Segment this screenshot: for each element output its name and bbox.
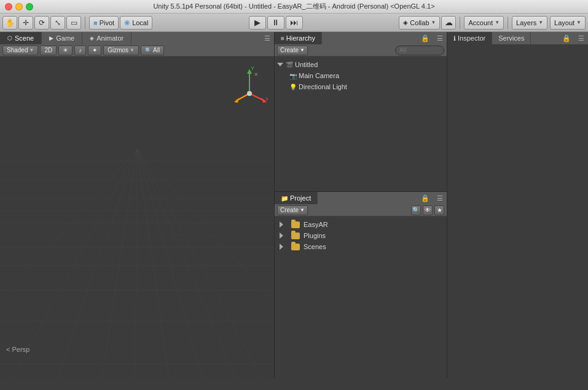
scale-tool-button[interactable]: ⤡	[50, 16, 65, 30]
hierarchy-project-panel: ≡ Hierarchy 🔒 ☰ Create ▼	[275, 32, 447, 378]
hierarchy-item[interactable]: 📷 Main Camera	[275, 70, 447, 81]
hierarchy-scene-root[interactable]: 🎬 Untitled	[275, 59, 447, 70]
transform-tools: ✋ ✛ ⟳ ⤡ ▭	[2, 16, 81, 30]
title-bar: Unity 5.5.1p4 Personal (64bit) - Untitle…	[0, 0, 588, 14]
hierarchy-item[interactable]: 💡 Directional Light	[275, 81, 447, 92]
animator-tab-label: Animator	[96, 34, 123, 42]
project-panel: 📁 Project 🔒 ☰ Create ▼ 🔍 👁 ★	[275, 192, 447, 378]
inspector-tab-label: Inspector	[458, 34, 485, 42]
project-item[interactable]: Plugins	[275, 230, 447, 241]
inspector-tab-bar: ℹ Inspector Services 🔒 ☰	[447, 32, 588, 44]
all-label: All	[153, 47, 160, 54]
minimize-button[interactable]	[15, 3, 23, 10]
local-label: Local	[132, 19, 148, 26]
inspector-tab[interactable]: ℹ Inspector	[447, 32, 492, 44]
local-button[interactable]: ◉ Local	[120, 16, 152, 30]
perspective-label: < Persp	[6, 346, 29, 353]
close-button[interactable]	[5, 3, 12, 10]
pause-button[interactable]: ⏸	[267, 16, 284, 30]
inspector-menu-icon[interactable]: ☰	[574, 34, 588, 42]
2d-button[interactable]: 2D	[40, 46, 57, 55]
project-menu-icon[interactable]: ☰	[433, 194, 447, 202]
hierarchy-panel: ≡ Hierarchy 🔒 ☰ Create ▼	[275, 32, 447, 192]
layout-label: Layout	[554, 19, 574, 26]
layers-button[interactable]: Layers ▼	[512, 16, 547, 30]
traffic-lights	[5, 3, 33, 10]
project-tab-bar: 📁 Project 🔒 ☰	[275, 192, 447, 204]
middle-right-panels: ≡ Hierarchy 🔒 ☰ Create ▼	[275, 32, 588, 378]
main-toolbar: ✋ ✛ ⟳ ⤡ ▭ ■ Pivot ◉ Local ▶ ⏸ ⏭ ◈ Collab…	[0, 14, 588, 32]
hierarchy-lock-icon: 🔒	[417, 34, 433, 42]
cloud-button[interactable]: ☁	[441, 16, 456, 30]
separator-2	[460, 17, 460, 29]
rotate-tool-button[interactable]: ⟳	[34, 16, 49, 30]
playmode-controls: ▶ ⏸ ⏭	[249, 16, 303, 30]
project-lock-icon: 🔒	[417, 194, 433, 202]
rect-tool-button[interactable]: ▭	[66, 16, 81, 30]
services-tab-label: Services	[498, 34, 524, 42]
gizmos-label: Gizmos	[108, 47, 128, 54]
2d-label: 2D	[44, 47, 52, 54]
account-button[interactable]: Account ▼	[464, 16, 504, 30]
scene-viewport[interactable]: Y X ✕ < Persp	[0, 57, 274, 378]
project-tab[interactable]: 📁 Project	[275, 192, 318, 204]
project-filter-btn[interactable]: 🔍	[411, 205, 421, 215]
play-button[interactable]: ▶	[249, 16, 266, 30]
scene-tab[interactable]: ⬡ Scene	[0, 32, 42, 44]
hierarchy-search-input[interactable]	[395, 46, 444, 55]
collab-cloud-group: ◈ Collab ▼ ☁	[399, 16, 456, 30]
svg-marker-30	[234, 98, 239, 103]
shaded-dropdown[interactable]: Shaded ▼	[2, 46, 38, 55]
game-tab-label: Game	[56, 34, 74, 42]
pivot-button[interactable]: ■ Pivot	[89, 16, 119, 30]
hierarchy-scene-name: Untitled	[295, 61, 318, 68]
project-item[interactable]: Scenes	[275, 241, 447, 252]
folder-icon	[291, 244, 300, 250]
pivot-local-group: ■ Pivot ◉ Local	[89, 16, 152, 30]
scene-toolbar: Shaded ▼ 2D ☀ ♪ ✦ Gizmos ▼ 🔍 All	[0, 44, 274, 57]
hierarchy-create-button[interactable]: Create ▼	[277, 46, 308, 55]
window-title: Unity 5.5.1p4 Personal (64bit) - Untitle…	[153, 2, 434, 11]
hierarchy-tab[interactable]: ≡ Hierarchy	[275, 32, 322, 44]
separator-3	[508, 17, 508, 29]
animator-tab[interactable]: ◈ Animator	[82, 32, 131, 44]
scene-panel: ⬡ Scene ▶ Game ◈ Animator ☰ Shaded ▼ 2D	[0, 32, 275, 378]
search-filter-btn[interactable]: 🔍 All	[141, 46, 164, 55]
collab-button[interactable]: ◈ Collab ▼	[399, 16, 440, 30]
project-eye-btn[interactable]: 👁	[423, 205, 433, 215]
maximize-button[interactable]	[26, 3, 33, 10]
layout-button[interactable]: Layout ▼	[550, 16, 586, 30]
account-label: Account	[468, 19, 493, 26]
separator-1	[85, 17, 85, 29]
hierarchy-content: 🎬 Untitled 📷 Main Camera 💡 Directional L…	[275, 57, 447, 191]
project-content: EasyAR Plugins Scenes	[275, 217, 447, 378]
hierarchy-item-label: Main Camera	[299, 72, 339, 79]
project-item[interactable]: EasyAR	[275, 219, 447, 230]
scene-options-btn[interactable]: ☰	[261, 34, 274, 42]
folder-icon	[291, 233, 300, 239]
project-item-label: EasyAR	[304, 221, 328, 228]
move-tool-button[interactable]: ✛	[18, 16, 33, 30]
game-tab[interactable]: ▶ Game	[42, 32, 82, 44]
hand-tool-button[interactable]: ✋	[2, 16, 17, 30]
pivot-label: Pivot	[100, 19, 114, 26]
project-create-button[interactable]: Create ▼	[277, 205, 308, 215]
hierarchy-tab-label: Hierarchy	[286, 34, 315, 42]
step-button[interactable]: ⏭	[286, 16, 303, 30]
hierarchy-menu-icon[interactable]: ☰	[433, 34, 447, 42]
project-star-btn[interactable]: ★	[434, 205, 444, 215]
scene-gizmo: Y X ✕	[231, 63, 268, 106]
hierarchy-tab-bar: ≡ Hierarchy 🔒 ☰	[275, 32, 447, 44]
hierarchy-create-label: Create	[280, 47, 299, 54]
effects-toggle[interactable]: ✦	[88, 46, 101, 55]
scene-tab-label: Scene	[15, 34, 34, 42]
gizmos-button[interactable]: Gizmos ▼	[103, 46, 139, 55]
project-item-label: Plugins	[304, 232, 326, 239]
project-toolbar: Create ▼ 🔍 👁 ★	[275, 204, 447, 217]
audio-toggle[interactable]: ♪	[74, 46, 86, 55]
layers-label: Layers	[516, 19, 536, 26]
services-tab[interactable]: Services	[492, 32, 531, 44]
inspector-lock-icon: 🔒	[559, 34, 574, 42]
svg-text:X: X	[265, 96, 268, 102]
light-toggle[interactable]: ☀	[58, 46, 73, 55]
